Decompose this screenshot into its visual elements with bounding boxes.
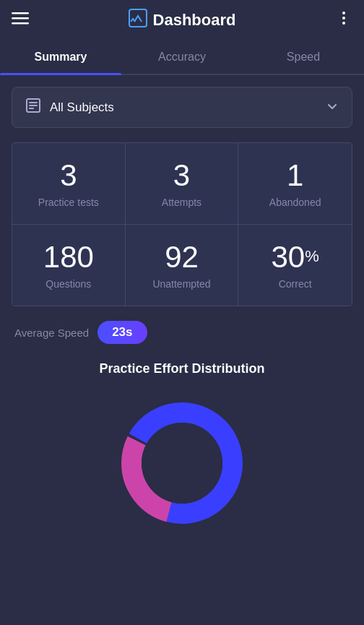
- tab-speed[interactable]: Speed: [243, 40, 364, 74]
- svg-point-6: [342, 22, 345, 25]
- stats-grid: 3 Practice tests 3 Attempts 1 Abandoned …: [12, 142, 352, 306]
- tab-accuracy[interactable]: Accuracy: [121, 40, 243, 74]
- correct-number: 30%: [272, 241, 319, 274]
- stat-abandoned: 1 Abandoned: [238, 143, 352, 225]
- average-speed-row: Average Speed 23s: [12, 321, 352, 344]
- dropdown-left: All Subjects: [25, 98, 114, 117]
- svg-point-5: [342, 17, 345, 20]
- svg-rect-9: [29, 105, 38, 106]
- stat-attempts: 3 Attempts: [126, 143, 239, 225]
- attempts-number: 3: [173, 159, 190, 192]
- svg-rect-3: [129, 9, 147, 27]
- main-content: All Subjects 3 Practice tests 3 Attempts…: [0, 75, 364, 547]
- abandoned-number: 1: [287, 159, 303, 192]
- questions-label: Questions: [46, 278, 91, 290]
- attempts-label: Attempts: [162, 197, 202, 208]
- stat-practice-tests: 3 Practice tests: [12, 143, 126, 225]
- stat-correct: 30% Correct: [238, 225, 352, 306]
- unattempted-number: 92: [165, 241, 199, 274]
- svg-point-4: [342, 12, 345, 14]
- subject-icon: [25, 98, 41, 117]
- chevron-down-icon: [326, 100, 339, 116]
- chart-title: Practice Effort Distribution: [12, 361, 352, 376]
- header-title-area: Dashboard: [129, 9, 236, 32]
- menu-icon[interactable]: [12, 9, 29, 31]
- average-speed-badge: 23s: [98, 321, 147, 344]
- header-title: Dashboard: [153, 11, 236, 30]
- stat-unattempted: 92 Unattempted: [126, 225, 239, 306]
- stat-questions: 180 Questions: [12, 225, 126, 306]
- average-speed-label: Average Speed: [14, 327, 89, 339]
- donut-chart: [110, 391, 254, 535]
- more-options-icon[interactable]: [335, 9, 352, 31]
- practice-tests-number: 3: [60, 159, 77, 192]
- svg-rect-10: [29, 108, 34, 109]
- app-header: Dashboard: [0, 0, 364, 40]
- abandoned-label: Abandoned: [269, 197, 321, 208]
- donut-chart-container: [12, 391, 352, 535]
- svg-rect-0: [12, 12, 29, 14]
- svg-rect-1: [12, 17, 29, 20]
- dropdown-label: All Subjects: [50, 100, 114, 115]
- tab-summary[interactable]: Summary: [0, 40, 121, 74]
- subject-dropdown[interactable]: All Subjects: [12, 87, 352, 128]
- svg-point-13: [142, 423, 222, 504]
- questions-number: 180: [43, 241, 94, 274]
- chart-section: Practice Effort Distribution: [12, 361, 352, 535]
- correct-label: Correct: [279, 278, 312, 290]
- dashboard-logo-icon: [129, 9, 147, 32]
- svg-rect-2: [12, 22, 29, 25]
- svg-rect-8: [29, 102, 38, 103]
- unattempted-label: Unattempted: [152, 278, 210, 290]
- practice-tests-label: Practice tests: [38, 197, 99, 208]
- tab-bar: Summary Accuracy Speed: [0, 40, 364, 75]
